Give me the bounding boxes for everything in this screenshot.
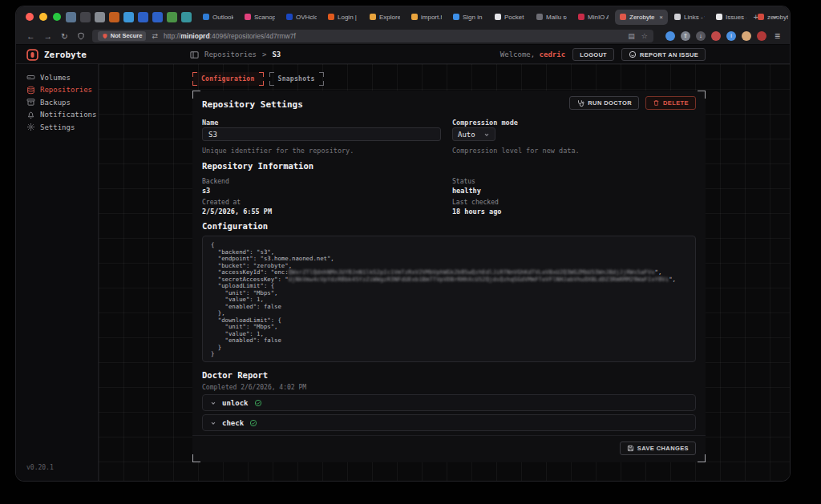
save-changes-button[interactable]: SAVE CHANGES: [620, 442, 696, 455]
pinned-tab[interactable]: [95, 12, 105, 22]
doctor-report-title: Doctor Report: [202, 370, 268, 380]
bug-report-icon: [629, 50, 637, 58]
configuration-json: { "backend": "s3", "endpoint": "s3.home.…: [211, 242, 687, 358]
minimize-window-button[interactable]: [39, 13, 47, 21]
extension-icon[interactable]: [757, 31, 766, 41]
browser-tab[interactable]: Scanopy: [240, 10, 280, 25]
sidebar-item-label: Notifications: [40, 111, 96, 119]
doctor-row-unlock[interactable]: unlock: [202, 394, 696, 411]
sidebar-item-repositories[interactable]: Repositories: [16, 84, 98, 97]
new-tab-button[interactable]: +: [754, 12, 758, 22]
tab-favicon-icon: [411, 14, 418, 20]
created-label: Created at: [202, 199, 241, 206]
name-input[interactable]: [202, 127, 441, 141]
extension-icon[interactable]: ⇧: [681, 31, 690, 41]
stethoscope-icon: [576, 99, 584, 107]
browser-tab[interactable]: OVHcloud: [281, 10, 322, 25]
extension-icon[interactable]: i: [726, 31, 736, 41]
address-bar: ← → ↻ Not Secure ⇄ http://minioprd:4096/…: [16, 27, 790, 45]
doctor-row-label: unlock: [222, 399, 249, 407]
chevron-down-icon: [210, 420, 216, 426]
reload-button[interactable]: ↻: [61, 31, 68, 41]
browser-tab[interactable]: Mailu setup: [532, 10, 572, 25]
tab-close-icon[interactable]: ×: [659, 14, 663, 21]
pinned-tab[interactable]: [80, 12, 91, 22]
pinned-tab[interactable]: [123, 12, 134, 22]
browser-menu-icon[interactable]: ≡: [774, 30, 780, 42]
doctor-row-label: check: [222, 419, 244, 427]
pinned-tab[interactable]: [138, 12, 148, 22]
extension-icon[interactable]: [742, 31, 751, 41]
pinned-tab[interactable]: [66, 12, 76, 22]
breadcrumb-current: S3: [272, 50, 281, 58]
breadcrumb-section[interactable]: Repositories: [204, 50, 257, 58]
browser-window: Outlook Scanopy OVHcloud Login | OPNse E…: [16, 6, 790, 481]
extension-icon[interactable]: [665, 31, 675, 41]
tab-snapshots[interactable]: Snapshots: [269, 72, 324, 86]
close-window-button[interactable]: [26, 13, 34, 21]
browser-tab[interactable]: Login | OPNse: [323, 10, 363, 25]
main-content: Configuration Snapshots Repository Setti…: [99, 64, 790, 481]
name-label: Name: [202, 119, 218, 127]
chevron-down-icon: [483, 131, 490, 138]
swap-arrows-icon: ⇄: [152, 32, 158, 40]
check-circle-icon: [249, 419, 257, 427]
browser-tab[interactable]: MinIO AIStor: [573, 10, 613, 25]
browser-tab[interactable]: Links - vLab: [669, 10, 710, 25]
pinned-tab[interactable]: [109, 12, 119, 22]
compression-select[interactable]: Auto: [452, 127, 495, 141]
tab-favicon-icon: [453, 14, 459, 20]
tab-overflow-chevron-icon[interactable]: [771, 14, 779, 21]
browser-tab[interactable]: Outlook: [198, 10, 238, 25]
forward-button[interactable]: →: [44, 31, 53, 41]
brand-name: Zerobyte: [44, 50, 87, 60]
zoom-window-button[interactable]: [53, 13, 61, 21]
app-version: v0.20.1: [26, 464, 54, 471]
browser-tab[interactable]: Sign in to Ma: [448, 10, 488, 25]
header-actions: Welcome, cedric LOGOUT REPORT AN ISSUE: [500, 45, 706, 64]
shield-icon[interactable]: [77, 32, 85, 40]
not-secure-badge[interactable]: Not Secure: [98, 31, 147, 41]
bell-icon: [26, 111, 35, 119]
tab-strip: Outlook Scanopy OVHcloud Login | OPNse E…: [198, 10, 749, 25]
tab-favicon-icon: [716, 14, 722, 20]
status-label: Status: [452, 178, 475, 185]
sidebar-item-settings[interactable]: Settings: [16, 121, 98, 134]
bookmark-star-icon[interactable]: ☆: [641, 32, 648, 40]
sidebar-item-label: Repositories: [40, 86, 92, 94]
tab-configuration[interactable]: Configuration: [192, 72, 264, 86]
sidebar-toggle-icon[interactable]: [190, 50, 199, 59]
tab-label: import.http | C: [421, 14, 442, 21]
pinned-tab[interactable]: [167, 12, 177, 22]
run-doctor-button[interactable]: RUN DOCTOR: [569, 96, 639, 110]
footer-divider: [192, 435, 706, 436]
extension-icon[interactable]: [711, 31, 721, 41]
reader-mode-icon[interactable]: ▤: [628, 32, 635, 40]
browser-nav-buttons: ← → ↻: [26, 31, 85, 41]
browser-tab-active[interactable]: Zerobyte -×: [615, 10, 668, 25]
url-input[interactable]: Not Secure ⇄ http://minioprd:4096/reposi…: [92, 30, 653, 42]
sidebar-item-volumes[interactable]: Volumes: [16, 71, 98, 84]
tab-strip-controls: +: [754, 12, 779, 22]
desktop: Outlook Scanopy OVHcloud Login | OPNse E…: [0, 0, 821, 504]
delete-button[interactable]: DELETE: [645, 96, 696, 110]
sidebar-item-notifications[interactable]: Notifications: [16, 109, 98, 122]
database-icon: [26, 86, 35, 95]
back-button[interactable]: ←: [26, 31, 35, 41]
configuration-section-title: Configuration: [202, 221, 268, 231]
pinned-tab[interactable]: [152, 12, 163, 22]
pinned-tab[interactable]: [181, 12, 192, 22]
tab-favicon-icon: [536, 14, 543, 20]
logout-button[interactable]: LOGOUT: [572, 48, 614, 61]
browser-tab[interactable]: Issues - nicot: [711, 10, 751, 25]
report-issue-button[interactable]: REPORT AN ISSUE: [621, 48, 706, 61]
download-icon[interactable]: ↓: [696, 31, 706, 41]
url-text: http://minioprd:4096/repositories/4d7rmw…: [164, 32, 296, 40]
browser-tab[interactable]: Explore - loki: [365, 10, 405, 25]
tab-favicon-icon: [286, 14, 293, 20]
browser-tab[interactable]: import.http | C: [406, 10, 447, 25]
doctor-row-check[interactable]: check: [202, 414, 696, 431]
tab-label: Mailu setup: [546, 14, 567, 21]
browser-tab[interactable]: Pocket ID - S: [490, 10, 530, 25]
sidebar-item-backups[interactable]: Backups: [16, 96, 98, 109]
